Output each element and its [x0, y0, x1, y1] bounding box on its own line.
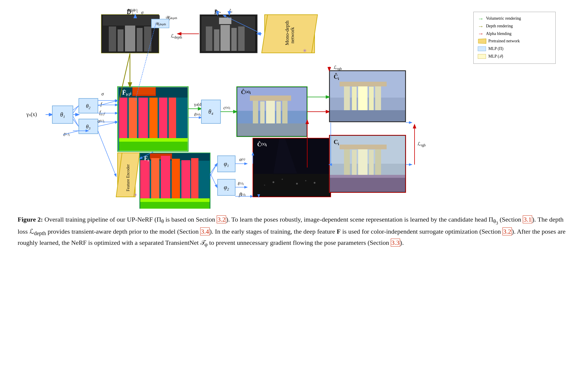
page: D̂ i σ (c) i σ(c)i σ 𝒲idepth ηi ξi — [0, 0, 588, 365]
svg-rect-126 — [140, 201, 210, 209]
legend-mlp-tau-label: MLP (𝒯) — [488, 53, 503, 60]
svg-text:i: i — [137, 10, 138, 14]
svg-text:α(τ): α(τ) — [239, 157, 245, 162]
svg-line-179 — [98, 122, 118, 126]
svg-rect-5 — [137, 28, 143, 51]
pretrained-rect-icon — [478, 39, 486, 44]
svg-rect-4 — [125, 25, 135, 51]
svg-rect-25 — [238, 26, 245, 51]
svg-line-134 — [210, 173, 217, 187]
svg-line-177 — [73, 116, 78, 126]
legend: → Volumetric rendering → Depth rendering… — [473, 12, 556, 64]
svg-text:c(a)i: c(a)i — [223, 105, 230, 110]
diagram-area: D̂ i σ (c) i σ(c)i σ 𝒲idepth ηi ξi — [18, 9, 570, 209]
svg-text:ℒdepth: ℒdepth — [171, 34, 182, 39]
ref-32-link[interactable]: 3.2 — [217, 215, 226, 223]
svg-rect-96 — [237, 123, 307, 136]
svg-rect-2 — [109, 26, 116, 51]
ref-34-link[interactable]: 3.4 — [200, 227, 210, 235]
svg-text:γx(x): γx(x) — [26, 111, 37, 118]
arrow-red-icon: → — [478, 31, 484, 36]
svg-rect-6 — [144, 26, 151, 51]
legend-row-mlp-pi: MLP (Π) — [478, 45, 551, 52]
ref-33-link[interactable]: 3.3 — [391, 239, 400, 247]
legend-row-depth: → Depth rendering — [478, 23, 551, 30]
svg-rect-74 — [119, 141, 188, 151]
caption: Figure 2: Overall training pipeline of o… — [18, 215, 570, 249]
svg-point-147 — [282, 179, 283, 180]
svg-rect-164 — [330, 178, 405, 192]
svg-line-185 — [98, 131, 116, 176]
svg-text:ℒrgb: ℒrgb — [334, 65, 342, 71]
svg-text:σ: σ — [101, 91, 104, 96]
ref-32b-link[interactable]: 3.2 — [502, 227, 512, 235]
svg-rect-127 — [140, 198, 210, 202]
svg-point-148 — [296, 183, 298, 185]
svg-text:network: network — [290, 27, 295, 43]
svg-text:σ: σ — [141, 10, 144, 15]
svg-text:✳: ✳ — [303, 48, 307, 53]
svg-rect-23 — [220, 25, 230, 51]
legend-row-mlp-tau: MLP (𝒯) — [478, 53, 551, 60]
legend-mlp-pi-label: MLP (Π) — [488, 45, 503, 52]
legend-volumetric-label: Volumetric rendering — [486, 15, 521, 22]
legend-depth-label: Depth rendering — [486, 23, 513, 30]
svg-text:ℓ(a)i: ℓ(a)i — [194, 112, 201, 117]
svg-rect-73 — [133, 87, 155, 95]
svg-rect-75 — [119, 138, 188, 142]
mlp-pi-rect-icon — [478, 46, 486, 51]
svg-point-151 — [264, 185, 265, 186]
arrow-green-icon: → — [478, 16, 484, 21]
svg-rect-22 — [214, 29, 219, 51]
svg-rect-21 — [206, 26, 212, 51]
svg-rect-95 — [250, 96, 291, 101]
svg-text:Feature Encoder: Feature Encoder — [126, 164, 130, 191]
ref-31-link[interactable]: 3.1 — [523, 215, 532, 223]
svg-rect-26 — [219, 18, 231, 24]
legend-row-alpha: → Alpha blending — [478, 30, 551, 37]
svg-text:✳: ✳ — [134, 192, 137, 197]
svg-point-150 — [314, 182, 315, 184]
svg-rect-108 — [330, 110, 405, 121]
figure-label: Figure 2: — [18, 216, 43, 223]
legend-pretrained-label: Pretrained network — [488, 38, 520, 45]
mlp-tau-rect-icon — [478, 54, 486, 59]
svg-text:f: f — [101, 102, 103, 107]
svg-rect-24 — [231, 28, 237, 51]
svg-text:Mono-depth: Mono-depth — [284, 20, 290, 45]
svg-text:ξi: ξi — [229, 9, 232, 14]
legend-row-volumetric: → Volumetric rendering — [478, 15, 551, 22]
svg-text:ℓ(τ)i: ℓ(τ)i — [238, 181, 244, 186]
svg-line-186 — [210, 164, 217, 176]
svg-rect-8 — [103, 15, 160, 26]
svg-point-146 — [273, 181, 274, 183]
svg-point-149 — [305, 180, 306, 181]
svg-text:σ(c)i: σ(c)i — [98, 119, 104, 124]
legend-row-pretrained: Pretrained network — [478, 38, 551, 45]
arrow-olive-icon: → — [478, 23, 484, 29]
svg-text:β̃(τ)i: β̃(τ)i — [239, 192, 246, 197]
svg-text:ℒrgb: ℒrgb — [417, 141, 426, 147]
svg-rect-3 — [118, 29, 123, 51]
svg-rect-107 — [340, 82, 387, 86]
svg-rect-162 — [340, 145, 387, 149]
legend-alpha-label: Alpha blending — [486, 30, 512, 37]
